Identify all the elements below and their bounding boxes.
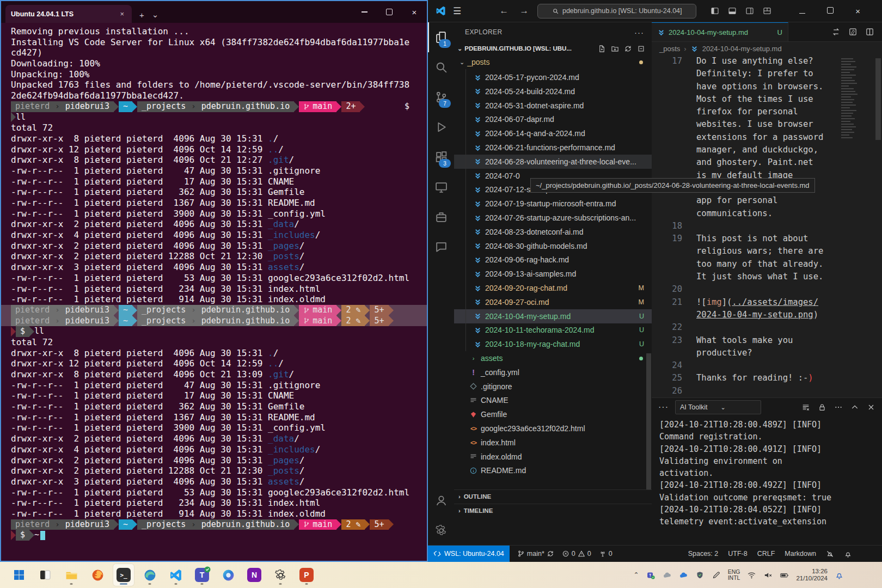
editor-tab[interactable]: 2024-10-04-my-setup.md U [652,22,788,41]
file-row[interactable]: .gitignore [454,379,652,394]
output-log[interactable]: [2024-10-21T10:28:00.489Z] [INFO]Command… [652,416,882,528]
split-editor-icon[interactable] [865,27,874,36]
file-row[interactable]: <>index.html [454,436,652,450]
eol-indicator[interactable]: CRLF [757,550,775,558]
terminal-tab-dropdown-icon[interactable]: ⌄ [152,10,159,20]
activity-item-chat[interactable] [428,232,454,262]
wifi-icon[interactable] [747,571,756,580]
breadcrumb-folder[interactable]: _posts [659,45,680,53]
pen-tray-icon[interactable] [712,571,721,580]
encoding-indicator[interactable]: UTF-8 [728,550,747,558]
activity-item-explorer[interactable]: 1 [428,22,454,52]
file-row[interactable]: 2024-05-24-build-2024.md [454,84,652,99]
taskbar-app-file-explorer[interactable] [61,564,82,586]
activity-item-search[interactable] [428,52,454,82]
file-row[interactable]: <>googlec293a6ce312f02d2.html [454,421,652,436]
taskbar-app-copilot[interactable] [218,564,238,586]
editor-scrollbar[interactable] [875,58,881,140]
activity-item-settings[interactable] [428,516,454,546]
explorer-collapse-all-icon[interactable] [637,45,645,53]
panel-maximize-icon[interactable] [850,403,859,412]
language-indicator-tray[interactable]: ENG INTL [728,569,740,581]
file-row[interactable]: 2024-05-17-pycon-2024.md [454,70,652,84]
volume-muted-icon[interactable] [763,571,773,580]
file-row[interactable]: 2024-09-13-ai-samples.md [454,267,652,281]
taskbar-app-terminal[interactable]: >_ [113,564,134,586]
file-row[interactable]: !_config.yml [454,365,652,379]
menu-hamburger-icon[interactable]: ☰ [453,5,461,17]
activity-item-account[interactable] [428,486,454,516]
file-row[interactable]: 2024-10-18-my-rag-chat.mdU [454,337,652,351]
branch-indicator[interactable]: main* [517,550,554,558]
explorer-refresh-icon[interactable] [624,45,632,53]
problems-indicator[interactable]: 0 0 [562,550,591,558]
toggle-sidebar-icon[interactable] [710,7,719,15]
taskbar-app-firefox[interactable] [87,564,108,586]
file-row[interactable]: 2024-08-30-github-models.md [454,239,652,253]
panel-close-icon[interactable] [867,403,875,412]
terminal-close-button[interactable]: × [402,1,427,23]
file-row[interactable]: 2024-06-21-functions-performance.md [454,140,652,155]
file-row[interactable]: 2024-10-04-my-setup.mdU [454,309,652,323]
terminal-new-tab-button[interactable]: + [139,10,144,20]
terminal-tab-close-icon[interactable]: × [118,10,126,18]
vscode-minimize-button[interactable] [799,6,805,16]
taskbar-app-settings[interactable] [270,564,291,586]
terminal-maximize-button[interactable] [377,1,402,23]
file-row[interactable]: 2024-06-07-dapr.md [454,112,652,126]
file-row[interactable]: 2024-09-06-rag-hack.md [454,253,652,267]
explorer-new-folder-icon[interactable] [611,45,619,53]
file-row[interactable]: 2024-05-31-dotnet-aspire.md [454,99,652,113]
activity-item-ai-toolkit[interactable] [428,202,454,232]
explorer-more-actions-icon[interactable]: ··· [634,28,644,37]
breadcrumb[interactable]: _posts › 2024-10-04-my-setup.md [652,42,882,55]
activity-item-run-debug[interactable] [428,112,454,142]
file-row[interactable]: README.md [454,463,652,477]
customize-layout-icon[interactable] [763,7,771,15]
clock[interactable]: 13:26 21/10/2024 [796,568,828,582]
explorer-new-file-icon[interactable] [598,45,606,53]
nav-back-icon[interactable]: ← [499,5,509,16]
file-row[interactable]: 2024-09-27-oci.mdM [454,295,652,309]
onedrive-tray-icon[interactable] [679,571,688,580]
file-row[interactable]: Gemfile [454,407,652,421]
vscode-maximize-button[interactable] [827,6,834,16]
clear-output-icon[interactable] [801,403,810,412]
indentation-indicator[interactable]: Spaces: 2 [688,550,719,558]
tray-expand-icon[interactable]: ⌃ [634,571,639,579]
security-shield-tray-icon[interactable] [695,571,705,580]
battery-icon[interactable] [780,571,789,580]
bell-slash-icon[interactable] [826,550,834,558]
file-row[interactable]: 2024-09-20-rag-chat.mdM [454,281,652,295]
language-indicator[interactable]: Markdown [785,550,816,558]
remote-indicator[interactable]: WSL: Ubuntu-24.04 [428,546,510,562]
file-row[interactable]: 2024-07-19-startup-microsoft-entra.md [454,197,652,211]
activity-item-remote-explorer[interactable] [428,172,454,202]
file-row[interactable]: 2024-07-26-startup-azure-subscriptions-a… [454,211,652,225]
terminal-tab[interactable]: Ubuntu 24.04.1 LTS × [5,5,132,23]
command-center-search[interactable]: pdebruin.github.io [WSL: Ubuntu-24.04] [537,4,696,19]
taskbar-app-edge[interactable] [139,564,160,586]
file-row[interactable]: ›assets [454,351,652,365]
ports-indicator[interactable]: 0 [599,550,612,558]
taskbar-app-start[interactable] [9,564,29,586]
taskbar-app-onenote[interactable]: N [244,564,265,586]
teams-tray-icon[interactable]: T [646,571,656,580]
taskbar-app-teams[interactable]: T [192,564,212,586]
taskbar-app-powerpoint[interactable]: P [296,564,317,586]
nav-forward-icon[interactable]: → [519,5,529,16]
output-channel-select[interactable]: AI Toolkit ⌄ [675,400,761,414]
workspace-root-row[interactable]: ⌄ PDEBRUIN.GITHUB.IO [WSL: UBU... [454,42,652,55]
toggle-panel-icon[interactable] [728,7,737,15]
panel-more-icon[interactable]: ··· [658,402,669,412]
file-row[interactable]: 2024-06-28-volunteering-at-three-local-e… [454,155,652,169]
notification-bell-icon[interactable] [835,571,844,580]
taskbar-app-vscode[interactable] [166,564,186,586]
notifications-bell-icon[interactable] [844,550,852,558]
folder-row-posts[interactable]: ⌄_posts [454,55,652,69]
terminal-output[interactable]: Removing previous installation ...Instal… [1,23,427,541]
toggle-secondary-sidebar-icon[interactable] [745,7,754,15]
file-row[interactable]: index.oldmd [454,450,652,464]
file-row[interactable]: 2024-06-14-q-and-a-2024.md [454,126,652,140]
activity-item-extensions[interactable]: 3 [428,142,454,172]
